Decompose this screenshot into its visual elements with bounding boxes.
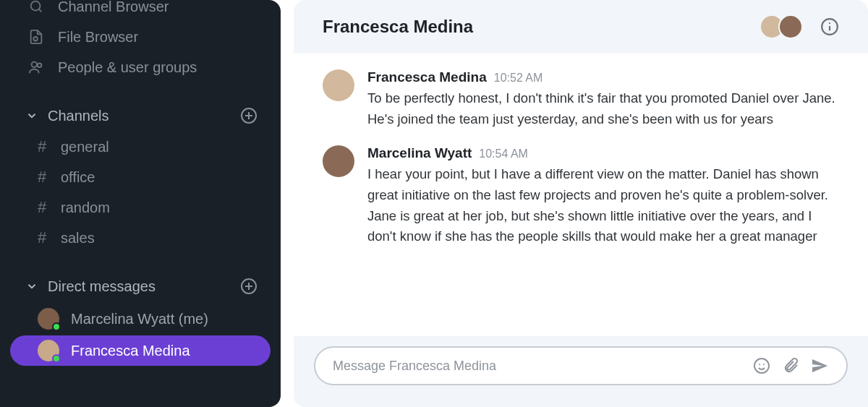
avatar (323, 69, 354, 101)
nav-channel-browser[interactable]: Channel Browser (0, 0, 281, 22)
svg-point-13 (829, 22, 830, 24)
channel-random[interactable]: # random (0, 192, 281, 223)
channel-office[interactable]: # office (0, 162, 281, 192)
channel-label: random (61, 200, 110, 216)
svg-point-0 (31, 1, 41, 11)
section-label: Direct messages (48, 278, 156, 295)
info-icon[interactable] (820, 17, 839, 36)
dm-label: Francesca Medina (71, 343, 190, 359)
svg-point-3 (32, 62, 37, 67)
conversation-header: Francesca Medina (294, 0, 868, 53)
nav-label: Channel Browser (58, 0, 169, 15)
message-author: Marcelina Wyatt (367, 145, 472, 161)
svg-point-2 (33, 37, 38, 41)
dm-toggle[interactable]: Direct messages (23, 278, 156, 295)
channel-sales[interactable]: # sales (0, 223, 281, 253)
dm-item-francesca[interactable]: Francesca Medina (10, 335, 271, 366)
nav-file-browser[interactable]: File Browser (0, 22, 281, 52)
composer-area (294, 336, 868, 407)
svg-point-16 (763, 364, 765, 365)
attachment-icon[interactable] (781, 356, 800, 375)
channel-general[interactable]: # general (0, 132, 281, 162)
member-avatars[interactable] (760, 14, 803, 39)
svg-line-1 (39, 9, 42, 12)
svg-point-15 (759, 364, 760, 365)
nav-label: People & user groups (58, 59, 197, 76)
add-channel-icon[interactable] (240, 107, 258, 124)
hash-icon: # (35, 228, 49, 247)
message-text: To be perfectly honest, I don't think it… (367, 88, 839, 129)
nav-people[interactable]: People & user groups (0, 52, 281, 82)
svg-point-14 (754, 359, 769, 373)
avatar (323, 145, 354, 177)
message-list: Francesca Medina 10:52 AM To be perfectl… (294, 53, 868, 336)
send-icon[interactable] (810, 356, 829, 375)
sidebar: Channel Browser File Browser People & us… (0, 0, 281, 407)
message: Marcelina Wyatt 10:54 AM I hear your poi… (323, 145, 839, 247)
presence-indicator (52, 354, 61, 363)
message-author: Francesca Medina (367, 69, 487, 85)
message-time: 10:54 AM (479, 147, 528, 160)
message: Francesca Medina 10:52 AM To be perfectl… (323, 69, 839, 129)
section-label: Channels (48, 108, 109, 124)
channels-section-header: Channels (0, 95, 281, 132)
message-input[interactable] (333, 359, 742, 374)
message-time: 10:52 AM (494, 72, 543, 85)
page-title: Francesca Medina (323, 17, 473, 37)
hash-icon: # (35, 198, 49, 217)
chevron-down-icon (23, 107, 41, 124)
add-dm-icon[interactable] (240, 278, 258, 295)
people-icon (27, 59, 45, 76)
nav-label: File Browser (58, 29, 138, 46)
search-hash-icon (27, 0, 45, 15)
channels-toggle[interactable]: Channels (23, 107, 109, 124)
emoji-icon[interactable] (752, 356, 771, 375)
svg-point-4 (38, 64, 42, 68)
presence-indicator (52, 322, 61, 331)
chevron-down-icon (23, 278, 41, 295)
dm-item-self[interactable]: Marcelina Wyatt (me) (10, 304, 271, 334)
main-panel: Francesca Medina Francesca Medina 10:52 … (294, 0, 868, 407)
channel-label: office (61, 169, 95, 186)
channel-label: sales (61, 230, 95, 247)
channel-label: general (61, 139, 109, 155)
hash-icon: # (35, 137, 49, 156)
dm-section-header: Direct messages (0, 266, 281, 302)
avatar (778, 14, 803, 39)
message-text: I hear your point, but I have a differen… (367, 164, 839, 247)
composer (314, 346, 848, 385)
hash-icon: # (35, 168, 49, 187)
dm-label: Marcelina Wyatt (me) (71, 311, 208, 327)
file-icon (27, 28, 45, 46)
